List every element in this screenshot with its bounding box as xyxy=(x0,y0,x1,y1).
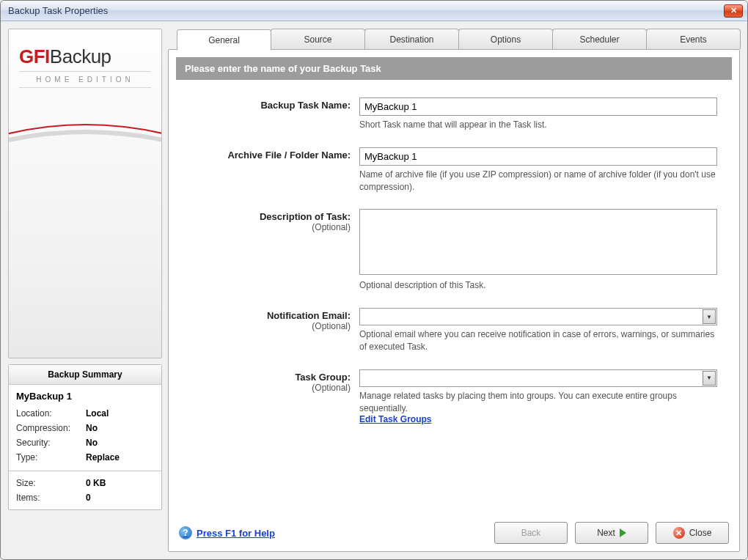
chevron-down-icon: ▼ xyxy=(706,375,712,381)
back-button[interactable]: Back xyxy=(494,522,568,544)
summary-label: Location: xyxy=(16,408,86,419)
close-icon: ✕ xyxy=(730,6,737,15)
row-task-name: Backup Task Name: Short Task name that w… xyxy=(191,97,717,131)
summary-row-compression: Compression: No xyxy=(16,421,154,435)
tab-scheduler[interactable]: Scheduler xyxy=(552,29,647,49)
hint-task-name: Short Task name that will appear in the … xyxy=(359,119,717,131)
summary-row-security: Security: No xyxy=(16,435,154,450)
task-group-combo[interactable] xyxy=(359,369,717,387)
form: Backup Task Name: Short Task name that w… xyxy=(169,80,739,515)
tab-destination[interactable]: Destination xyxy=(364,29,459,49)
hint-task-group: Manage related tasks by placing them int… xyxy=(359,390,717,415)
row-task-group: Task Group: (Optional) ▼ Manage related … xyxy=(191,369,717,425)
summary-value: No xyxy=(86,423,98,433)
window: Backup Task Properties ✕ GFIBackup HOME … xyxy=(0,0,748,560)
panel: Please enter the name of your Backup Tas… xyxy=(168,49,740,552)
summary-value: No xyxy=(86,438,98,448)
label-optional: (Optional) xyxy=(191,222,351,232)
label-optional: (Optional) xyxy=(191,321,351,331)
tab-events[interactable]: Events xyxy=(646,29,741,49)
next-button[interactable]: Next xyxy=(575,522,648,544)
label-text: Notification Email: xyxy=(267,310,351,321)
row-email: Notification Email: (Optional) ▼ Optiona… xyxy=(191,308,717,353)
task-group-combo-button[interactable]: ▼ xyxy=(703,371,716,386)
email-combo[interactable] xyxy=(359,308,717,325)
arrow-right-icon xyxy=(620,528,626,537)
summary-label: Compression: xyxy=(16,423,86,433)
close-label: Close xyxy=(689,528,712,538)
hint-archive-name: Name of archive file (if you use ZIP com… xyxy=(359,169,717,194)
logo: GFIBackup xyxy=(19,45,151,68)
summary-footer: Size: 0 KB Items: 0 xyxy=(9,471,161,509)
label-text: Task Group: xyxy=(295,372,351,383)
summary-row-location: Location: Local xyxy=(16,406,154,421)
tab-options[interactable]: Options xyxy=(458,29,553,49)
x-icon: ✕ xyxy=(673,527,685,539)
body: GFIBackup HOME EDITION Backup Summary My… xyxy=(1,21,747,559)
window-close-button[interactable]: ✕ xyxy=(724,4,743,18)
help-icon: ? xyxy=(179,526,192,539)
label-text: Description of Task: xyxy=(260,211,351,222)
chevron-down-icon: ▼ xyxy=(706,314,712,320)
edit-task-groups-link[interactable]: Edit Task Groups xyxy=(359,414,431,424)
logo-brand-post: Backup xyxy=(50,45,111,67)
label-task-group: Task Group: (Optional) xyxy=(191,369,359,425)
summary-task-name: MyBackup 1 xyxy=(16,391,154,402)
label-email: Notification Email: (Optional) xyxy=(191,308,359,353)
banner: Please enter the name of your Backup Tas… xyxy=(176,57,732,80)
hint-email: Optional email where you can receive not… xyxy=(359,328,717,353)
logo-curve xyxy=(8,110,162,169)
bottom-bar: ? Press F1 for Help Back Next ✕ Close xyxy=(169,515,739,551)
summary-row-type: Type: Replace xyxy=(16,450,154,465)
main: General Source Destination Options Sched… xyxy=(168,29,740,552)
summary-label: Type: xyxy=(16,452,86,463)
hint-description: Optional description of this Task. xyxy=(359,279,717,292)
email-combo-button[interactable]: ▼ xyxy=(703,309,716,324)
summary-label: Security: xyxy=(16,438,86,448)
titlebar: Backup Task Properties ✕ xyxy=(1,1,747,21)
logo-brand-pre: GFI xyxy=(19,45,50,67)
summary-value: Local xyxy=(86,408,109,419)
summary-value: 0 xyxy=(86,493,91,503)
label-description: Description of Task: (Optional) xyxy=(191,209,359,292)
logo-edition: HOME EDITION xyxy=(19,71,151,88)
backup-summary: Backup Summary MyBackup 1 Location: Loca… xyxy=(8,364,162,510)
summary-row-items: Items: 0 xyxy=(16,490,154,505)
next-label: Next xyxy=(597,528,615,538)
help-text: Press F1 for Help xyxy=(197,528,275,539)
label-task-name: Backup Task Name: xyxy=(191,97,359,131)
window-title: Backup Task Properties xyxy=(8,5,724,16)
close-button[interactable]: ✕ Close xyxy=(656,522,729,544)
logo-panel: GFIBackup HOME EDITION xyxy=(8,29,162,358)
summary-body: MyBackup 1 Location: Local Compression: … xyxy=(9,385,161,471)
summary-value: Replace xyxy=(86,452,120,463)
summary-header: Backup Summary xyxy=(9,365,161,385)
row-description: Description of Task: (Optional) Optional… xyxy=(191,209,717,292)
sidebar: GFIBackup HOME EDITION Backup Summary My… xyxy=(8,29,162,552)
tab-general[interactable]: General xyxy=(177,29,271,51)
row-archive-name: Archive File / Folder Name: Name of arch… xyxy=(191,147,717,194)
summary-label: Items: xyxy=(16,493,86,503)
summary-label: Size: xyxy=(16,478,86,488)
summary-row-size: Size: 0 KB xyxy=(16,476,154,490)
task-name-input[interactable] xyxy=(359,97,717,116)
tab-source[interactable]: Source xyxy=(271,29,365,49)
help-link[interactable]: ? Press F1 for Help xyxy=(179,526,275,539)
summary-value: 0 KB xyxy=(86,478,106,488)
tabs: General Source Destination Options Sched… xyxy=(168,29,740,50)
archive-name-input[interactable] xyxy=(359,147,717,166)
label-archive-name: Archive File / Folder Name: xyxy=(191,147,359,194)
label-optional: (Optional) xyxy=(191,383,351,393)
description-textarea[interactable] xyxy=(359,209,717,275)
